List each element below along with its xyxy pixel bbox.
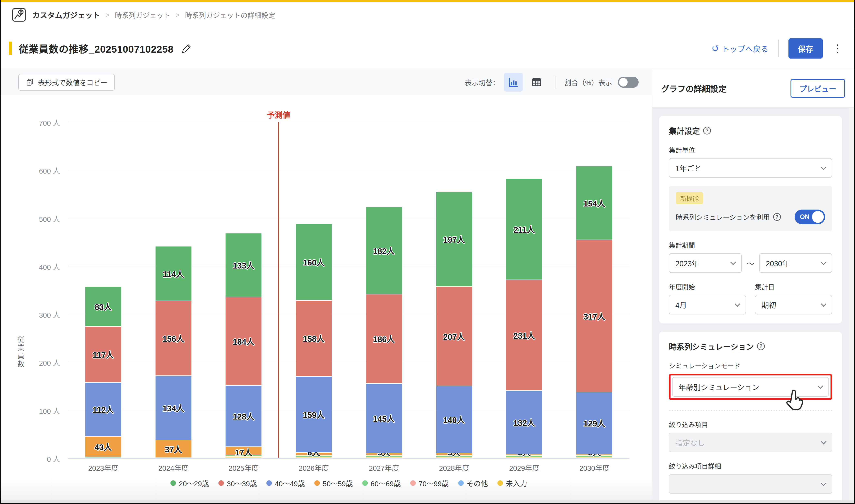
chevron-right-icon: > [106, 11, 110, 19]
bar-value-label: 129人 [584, 417, 605, 429]
preview-button[interactable]: プレビュー [790, 79, 845, 98]
simulation-toggle-label: 時系列シミュレーションを利用 [676, 212, 770, 222]
legend-item-50〜59歳[interactable]: 50〜59歳 [314, 478, 353, 488]
fy-start-label: 年度開始 [669, 282, 746, 291]
bar-value-label: 128人 [233, 410, 254, 422]
filter-detail-select[interactable] [669, 474, 832, 494]
table-view-button[interactable] [527, 73, 546, 92]
help-icon[interactable]: ? [703, 127, 711, 134]
period-tilde: 〜 [747, 257, 754, 269]
dotted-divider [669, 410, 832, 411]
agg-day-select[interactable]: 期初 [755, 295, 832, 314]
aggregation-settings-card: 集計設定 ? 集計単位 1年ごと 新機能 時系列シミュレーションを利用 ? [659, 116, 842, 323]
bar-value-label: 231人 [513, 329, 535, 341]
gridline [68, 314, 629, 314]
bar-value-label: 160人 [303, 256, 325, 268]
bar-value-label: 156人 [162, 332, 184, 344]
bar-2029年度[interactable]: 3人132人231人211人 [506, 179, 542, 458]
gridline [68, 266, 629, 266]
settings-panel-body: 集計設定 ? 集計単位 1年ごと 新機能 時系列シミュレーションを利用 ? [652, 108, 854, 503]
legend-item-70〜99歳[interactable]: 70〜99歳 [410, 478, 449, 488]
breadcrumb-root[interactable]: カスタムガジェット [32, 10, 100, 20]
ratio-display-toggle[interactable] [618, 77, 639, 88]
chart-toolbar: 表形式で数値をコピー 表示切替： [1, 69, 652, 95]
legend-item-20〜29歳[interactable]: 20〜29歳 [171, 478, 209, 488]
help-icon[interactable]: ? [773, 213, 781, 221]
fy-start-select[interactable]: 4月 [669, 295, 746, 314]
simulation-mode-value: 年齢別シミュレーション [679, 382, 759, 392]
legend-item-40〜49歳[interactable]: 40〜49歳 [266, 478, 305, 488]
x-tick-label: 2030年度 [559, 462, 629, 473]
period-to-value: 2030年 [766, 258, 789, 268]
chart-legend: 20〜29歳30〜39歳40〜49歳50〜59歳60〜69歳70〜99歳その他未… [68, 478, 629, 488]
chevron-down-icon [821, 301, 826, 307]
divider [778, 40, 779, 57]
bar-2025年度[interactable]: 17人128人184人133人 [226, 233, 262, 458]
copy-table-button[interactable]: 表形式で数値をコピー [18, 74, 115, 91]
legend-label: 60〜69歳 [371, 478, 401, 488]
y-tick-label: 100 人 [21, 406, 60, 416]
bar-value-label: 186人 [373, 333, 395, 345]
help-icon[interactable]: ? [757, 342, 765, 350]
bar-2027年度[interactable]: 5人145人186人182人 [366, 207, 402, 458]
forecast-label: 予測値 [267, 109, 290, 120]
bar-value-label: 37人 [165, 443, 182, 455]
filter-select[interactable]: 指定なし [669, 433, 832, 452]
x-tick-label: 2023年度 [68, 462, 138, 473]
unit-label: 集計単位 [669, 145, 832, 155]
legend-item-その他[interactable]: その他 [458, 478, 488, 488]
kebab-menu-icon[interactable]: ⋮ [832, 42, 843, 54]
bar-value-label: 117人 [93, 348, 114, 360]
bar-2024年度[interactable]: 37人134人156人114人 [156, 246, 192, 458]
period-from-select[interactable]: 2023年 [669, 253, 742, 273]
bar-2028年度[interactable]: 5人140人207人197人 [436, 192, 472, 458]
x-tick-label: 2026年度 [279, 462, 349, 473]
bar-2026年度[interactable]: 6人159人158人160人 [296, 223, 332, 458]
forecast-boundary-line [278, 122, 279, 458]
legend-label: その他 [467, 478, 488, 488]
breadcrumb-item[interactable]: 時系列ガジェット [115, 10, 171, 20]
y-axis-title: 従業員数 [16, 336, 25, 368]
title-accent [9, 42, 12, 55]
legend-item-未入力[interactable]: 未入力 [497, 478, 527, 488]
legend-dot [458, 480, 464, 486]
gridline [68, 410, 629, 410]
y-tick-label: 0 人 [21, 453, 60, 464]
panel-scrollbar[interactable] [849, 108, 854, 503]
legend-dot [497, 480, 503, 486]
gridline [68, 362, 629, 362]
filter-label: 絞り込み項目 [669, 419, 832, 429]
gridline [68, 218, 629, 218]
chevron-right-icon: > [176, 11, 180, 19]
bottom-scrollbar-track[interactable] [1, 500, 854, 503]
chevron-down-icon [817, 383, 823, 389]
simulation-toggle[interactable]: ON [795, 210, 825, 224]
bar-2023年度[interactable]: 2人43人112人117人83人 [85, 287, 121, 458]
y-tick-label: 400 人 [21, 262, 60, 272]
unit-select[interactable]: 1年ごと [669, 158, 832, 178]
bar-value-label: 17人 [235, 446, 252, 458]
copy-table-label: 表形式で数値をコピー [38, 77, 107, 87]
new-feature-badge: 新機能 [676, 192, 703, 204]
bar-value-label: 43人 [95, 441, 112, 453]
chart-view-button[interactable] [504, 73, 523, 92]
legend-item-30〜39歳[interactable]: 30〜39歳 [218, 478, 257, 488]
title-bar: 従業員数の推移_20251007102258 ↺ トップへ戻る 保存 ⋮ [1, 28, 854, 69]
filter-detail-label: 絞り込み項目詳細 [669, 461, 832, 470]
bar-2030年度[interactable]: 3人129人317人154人 [576, 166, 612, 458]
gridline [68, 122, 629, 122]
app-window: カスタムガジェット > 時系列ガジェット > 時系列ガジェットの詳細設定 従業員… [0, 0, 855, 504]
back-to-top-link[interactable]: ↺ トップへ戻る [712, 43, 768, 54]
bar-value-label: 83人 [95, 301, 112, 312]
legend-label: 30〜39歳 [227, 478, 257, 488]
legend-dot [266, 480, 272, 486]
chevron-down-icon [821, 259, 826, 265]
edit-title-icon[interactable] [181, 43, 192, 54]
settings-panel-header: グラフの詳細設定 プレビュー [652, 69, 854, 108]
save-button[interactable]: 保存 [788, 38, 823, 58]
legend-label: 20〜29歳 [179, 478, 209, 488]
period-label: 集計期間 [669, 240, 832, 250]
period-to-select[interactable]: 2030年 [759, 253, 832, 273]
legend-item-60〜69歳[interactable]: 60〜69歳 [362, 478, 401, 488]
period-from-value: 2023年 [675, 258, 699, 268]
